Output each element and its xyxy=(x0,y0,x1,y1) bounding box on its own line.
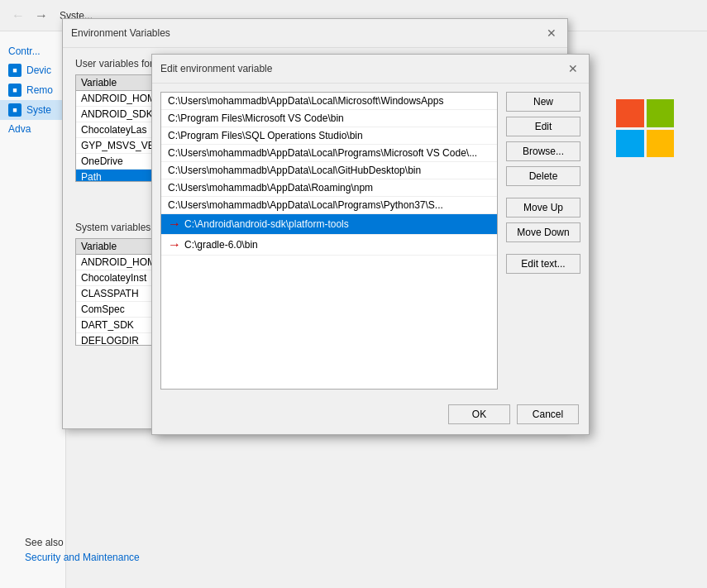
path-item-4[interactable]: C:\Users\mohammadb\AppData\Local\GitHubD… xyxy=(161,162,497,179)
edit-ok-button[interactable]: OK xyxy=(448,404,510,424)
edit-action-buttons: New Edit Browse... Delete Move Up Move D… xyxy=(506,92,580,390)
env-dialog-title: Environment Variables xyxy=(71,27,170,39)
back-arrow[interactable]: ← xyxy=(8,7,28,25)
shield-icon-remote: ■ xyxy=(8,84,21,97)
sidebar-item-label: Contr... xyxy=(8,45,41,57)
path-item-2[interactable]: C:\Program Files\SQL Operations Studio\b… xyxy=(161,127,497,145)
arrow-indicator: → xyxy=(168,217,181,232)
edit-new-button[interactable]: New xyxy=(506,92,580,112)
path-item-1[interactable]: C:\Program Files\Microsoft VS Code\bin xyxy=(161,110,497,127)
path-list[interactable]: C:\Users\mohammadb\AppData\Local\Microso… xyxy=(160,92,498,390)
edit-env-dialog: Edit environment variable ✕ C:\Users\moh… xyxy=(151,54,590,435)
sidebar-item-label: Adva xyxy=(8,123,31,135)
edit-dialog-bottom-buttons: OK Cancel xyxy=(152,398,589,434)
forward-arrow[interactable]: → xyxy=(31,7,51,25)
sidebar-item-system[interactable]: ■ Syste xyxy=(0,100,65,120)
path-item-5[interactable]: C:\Users\mohammadb\AppData\Roaming\npm xyxy=(161,179,497,197)
edit-text-button[interactable]: Edit text... xyxy=(506,254,580,274)
windows-logo xyxy=(616,99,682,165)
edit-cancel-button[interactable]: Cancel xyxy=(517,404,579,424)
sidebar-item-label: Syste xyxy=(26,104,51,116)
sidebar: Contr... ■ Devic ■ Remo ■ Syste Adva xyxy=(0,38,65,142)
path-item-3[interactable]: C:\Users\mohammadb\AppData\Local\Program… xyxy=(161,145,497,162)
sidebar-item-label: Remo xyxy=(26,84,53,96)
sidebar-item-control[interactable]: Contr... xyxy=(0,42,65,60)
path-item-7[interactable]: → C:\Android\android-sdk\platform-tools xyxy=(161,214,497,235)
path-item-0[interactable]: C:\Users\mohammadb\AppData\Local\Microso… xyxy=(161,93,497,110)
see-also-label: See also xyxy=(25,537,140,548)
edit-dialog-close[interactable]: ✕ xyxy=(566,61,580,76)
arrow-indicator-2: → xyxy=(168,237,181,252)
edit-move-up-button[interactable]: Move Up xyxy=(506,198,580,218)
sidebar-item-remote[interactable]: ■ Remo xyxy=(0,80,65,100)
edit-browse-button[interactable]: Browse... xyxy=(506,141,580,161)
security-maintenance-link[interactable]: Security and Maintenance xyxy=(25,552,140,563)
shield-icon-system: ■ xyxy=(8,103,21,117)
nav-arrows: ← → xyxy=(8,7,51,25)
sidebar-item-advanced[interactable]: Adva xyxy=(0,120,65,138)
path-item-6[interactable]: C:\Users\mohammadb\AppData\Local\Program… xyxy=(161,197,497,214)
edit-dialog-titlebar: Edit environment variable ✕ xyxy=(152,55,589,84)
see-also-section: See also Security and Maintenance xyxy=(25,537,140,563)
edit-move-down-button[interactable]: Move Down xyxy=(506,222,580,242)
env-dialog-close[interactable]: ✕ xyxy=(544,26,559,41)
edit-delete-button[interactable]: Delete xyxy=(506,166,580,186)
env-dialog-titlebar: Environment Variables ✕ xyxy=(63,19,567,48)
sidebar-item-device[interactable]: ■ Devic xyxy=(0,60,65,80)
edit-dialog-title: Edit environment variable xyxy=(160,63,272,74)
sidebar-item-label: Devic xyxy=(26,65,51,76)
shield-icon-device: ■ xyxy=(8,64,21,77)
edit-dialog-content: C:\Users\mohammadb\AppData\Local\Microso… xyxy=(152,84,589,398)
path-item-8[interactable]: → C:\gradle-6.0\bin xyxy=(161,235,497,256)
edit-edit-button[interactable]: Edit xyxy=(506,117,580,136)
